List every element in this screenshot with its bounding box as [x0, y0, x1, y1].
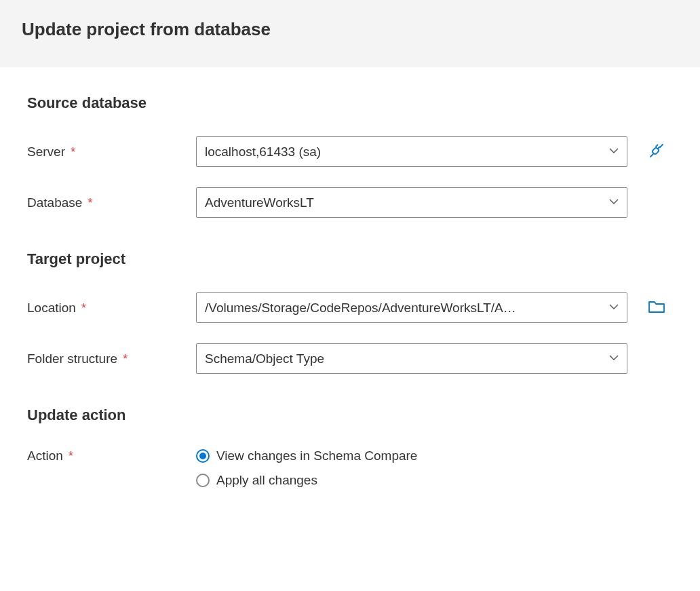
radio-label-apply: Apply all changes: [216, 473, 317, 488]
required-asterisk: *: [88, 195, 92, 210]
location-select-value: /Volumes/Storage/CodeRepos/AdventureWork…: [205, 301, 516, 316]
browse-folder-button[interactable]: [648, 299, 665, 317]
action-label-cell: Action *: [27, 449, 196, 463]
required-asterisk: *: [81, 301, 86, 316]
location-select-wrap: /Volumes/Storage/CodeRepos/AdventureWork…: [196, 292, 627, 323]
database-select-value: AdventureWorksLT: [205, 195, 314, 210]
action-radio-apply-all[interactable]: Apply all changes: [196, 473, 417, 488]
action-field-row: Action * View changes in Schema Compare …: [27, 449, 673, 488]
folder-structure-label: Folder structure: [27, 351, 117, 366]
server-select-wrap: localhost,61433 (sa): [196, 136, 627, 167]
location-select[interactable]: /Volumes/Storage/CodeRepos/AdventureWork…: [196, 292, 627, 323]
folder-structure-field-row: Folder structure * Schema/Object Type: [27, 343, 673, 374]
dialog-content: Source database Server * localhost,61433…: [0, 67, 700, 488]
database-select[interactable]: AdventureWorksLT: [196, 187, 627, 218]
database-label: Database: [27, 195, 82, 210]
required-asterisk: *: [69, 449, 73, 463]
plug-icon: [648, 142, 665, 162]
action-label: Action: [27, 449, 63, 463]
required-asterisk: *: [71, 145, 75, 159]
folder-structure-select[interactable]: Schema/Object Type: [196, 343, 627, 374]
update-action-heading: Update action: [27, 406, 673, 424]
folder-structure-select-wrap: Schema/Object Type: [196, 343, 627, 374]
location-field-row: Location * /Volumes/Storage/CodeRepos/Ad…: [27, 292, 673, 323]
radio-label-view: View changes in Schema Compare: [216, 449, 417, 463]
server-label-cell: Server *: [27, 145, 196, 159]
radio-icon: [196, 449, 210, 463]
location-label-cell: Location *: [27, 301, 196, 316]
required-asterisk: *: [123, 351, 128, 366]
page-title: Update project from database: [22, 19, 678, 40]
folder-icon: [648, 299, 665, 317]
connect-button[interactable]: [648, 142, 665, 162]
radio-icon: [196, 474, 210, 487]
server-select-value: localhost,61433 (sa): [205, 145, 321, 159]
folder-structure-select-value: Schema/Object Type: [205, 351, 324, 366]
server-select[interactable]: localhost,61433 (sa): [196, 136, 627, 167]
target-project-heading: Target project: [27, 250, 673, 268]
location-label: Location: [27, 301, 76, 316]
dialog-header: Update project from database: [0, 0, 700, 67]
server-label: Server: [27, 145, 65, 159]
server-field-row: Server * localhost,61433 (sa): [27, 136, 673, 167]
source-database-heading: Source database: [27, 94, 673, 112]
action-radio-group: View changes in Schema Compare Apply all…: [196, 449, 417, 488]
action-radio-view-changes[interactable]: View changes in Schema Compare: [196, 449, 417, 463]
folder-structure-label-cell: Folder structure *: [27, 351, 196, 366]
database-select-wrap: AdventureWorksLT: [196, 187, 627, 218]
database-field-row: Database * AdventureWorksLT: [27, 187, 673, 218]
database-label-cell: Database *: [27, 195, 196, 210]
